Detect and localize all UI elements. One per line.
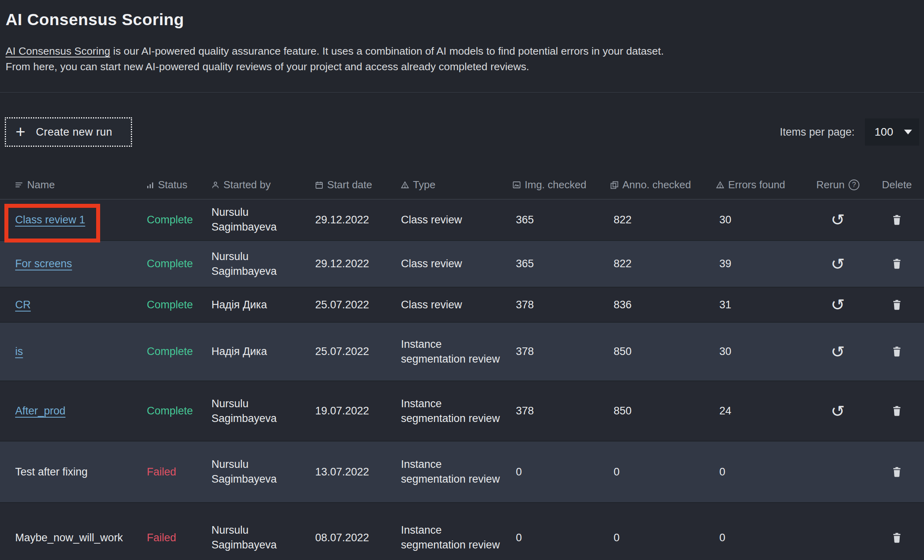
column-header-status[interactable]: Status: [147, 179, 211, 191]
run-name-cell: Maybe_now_will_work: [15, 530, 147, 545]
rerun-icon[interactable]: ↺: [831, 256, 845, 272]
person-icon: [211, 181, 219, 189]
trash-icon[interactable]: [892, 300, 902, 310]
run-name-link[interactable]: For screens: [15, 258, 72, 270]
run-name-cell: For screens: [15, 256, 147, 271]
status-badge: Failed: [147, 465, 211, 479]
run-name-link[interactable]: Class review 1: [15, 214, 85, 226]
start-date-cell: 25.07.2022: [315, 298, 401, 312]
trash-icon[interactable]: [892, 532, 902, 543]
run-name-cell: Test after fixing: [15, 465, 147, 479]
rerun-icon[interactable]: ↺: [831, 403, 845, 419]
status-badge: Complete: [147, 213, 211, 227]
page-header: AI Consensus Scoring AI Consensus Scorin…: [0, 0, 924, 75]
anno-checked-cell: 0: [610, 530, 716, 545]
img-checked-cell: 378: [513, 404, 610, 418]
anno-checked-cell: 850: [610, 344, 716, 359]
column-header-started-by[interactable]: Started by: [211, 179, 315, 191]
items-per-page-value: 100: [875, 126, 893, 138]
text-lines-icon: [15, 181, 23, 189]
trash-icon[interactable]: [892, 258, 902, 269]
anno-checked-cell: 850: [610, 404, 716, 418]
errors-found-cell: 0: [716, 465, 806, 479]
rerun-icon[interactable]: ↺: [831, 297, 845, 313]
errors-found-cell: 30: [716, 344, 806, 359]
column-header-rerun[interactable]: Rerun ?: [806, 179, 870, 191]
help-circle-icon[interactable]: ?: [849, 179, 859, 190]
column-header-type[interactable]: Type: [401, 179, 513, 191]
errors-found-cell: 24: [716, 404, 806, 418]
started-by-cell: Надія Дика: [211, 298, 315, 312]
plus-icon: +: [16, 124, 26, 140]
table-row: Test after fixing Failed Nursulu Sagimba…: [0, 442, 924, 503]
calendar-icon: [315, 181, 323, 189]
img-checked-cell: 0: [513, 465, 610, 479]
warning-triangle-icon: [401, 181, 409, 189]
type-cell: Instance segmentation review: [401, 337, 513, 367]
table-row: CR Complete Надія Дика 25.07.2022 Class …: [0, 288, 924, 323]
section-divider: [0, 92, 924, 93]
started-by-cell: Nursulu Sagimbayeva: [211, 457, 315, 487]
description-line2: From here, you can start new AI-powered …: [6, 61, 529, 73]
create-new-run-label: Create new run: [36, 126, 113, 138]
status-badge: Failed: [147, 530, 211, 545]
type-cell: Class review: [401, 213, 513, 227]
run-name-cell: After_prod: [15, 404, 147, 418]
column-header-anno-checked[interactable]: Anno. checked: [610, 179, 716, 191]
start-date-cell: 25.07.2022: [315, 344, 401, 359]
consensus-scoring-link[interactable]: AI Consensus Scoring: [6, 45, 110, 57]
items-per-page: Items per page: 100: [780, 118, 919, 146]
errors-found-cell: 39: [716, 256, 806, 271]
type-cell: Class review: [401, 256, 513, 271]
run-name-link[interactable]: CR: [15, 299, 31, 311]
trash-icon[interactable]: [892, 406, 902, 416]
run-name-cell: Class review 1: [15, 213, 147, 227]
run-name-link[interactable]: After_prod: [15, 405, 65, 417]
start-date-cell: 08.07.2022: [315, 530, 401, 545]
errors-found-cell: 30: [716, 213, 806, 227]
table-row: Maybe_now_will_work Failed Nursulu Sagim…: [0, 503, 924, 560]
start-date-cell: 19.07.2022: [315, 404, 401, 418]
trash-icon[interactable]: [892, 346, 902, 357]
started-by-cell: Nursulu Sagimbayeva: [211, 523, 315, 552]
run-name-text: Test after fixing: [15, 466, 88, 478]
run-name-link[interactable]: is: [15, 345, 23, 357]
page-title: AI Consensus Scoring: [6, 10, 918, 29]
column-header-start-date[interactable]: Start date: [315, 179, 401, 191]
type-cell: Class review: [401, 298, 513, 312]
create-new-run-button[interactable]: + Create new run: [5, 117, 132, 147]
table-header-row: Name Status Started by Start date Type I…: [0, 171, 924, 199]
image-icon: [513, 181, 521, 189]
rerun-icon[interactable]: ↺: [831, 212, 845, 228]
type-cell: Instance segmentation review: [401, 457, 513, 487]
items-per-page-select[interactable]: 100: [865, 118, 919, 146]
img-checked-cell: 378: [513, 344, 610, 359]
type-cell: Instance segmentation review: [401, 396, 513, 426]
started-by-cell: Nursulu Sagimbayeva: [211, 249, 315, 279]
img-checked-cell: 365: [513, 213, 610, 227]
table-row: Class review 1 Complete Nursulu Sagimbay…: [0, 199, 924, 241]
description-line1: is our AI-powered quality assurance feat…: [110, 45, 664, 57]
anno-checked-cell: 822: [610, 213, 716, 227]
page-description: AI Consensus Scoring is our AI-powered q…: [6, 43, 918, 75]
status-badge: Complete: [147, 404, 211, 418]
start-date-cell: 29.12.2022: [315, 213, 401, 227]
items-per-page-label: Items per page:: [780, 126, 855, 138]
column-header-errors-found[interactable]: Errors found: [716, 179, 806, 191]
anno-checked-cell: 822: [610, 256, 716, 271]
rerun-icon[interactable]: ↺: [831, 344, 845, 360]
column-header-img-checked[interactable]: Img. checked: [513, 179, 610, 191]
warning-triangle-icon: [716, 181, 724, 189]
type-cell: Instance segmentation review: [401, 523, 513, 552]
img-checked-cell: 365: [513, 256, 610, 271]
column-header-name[interactable]: Name: [15, 179, 147, 191]
started-by-cell: Nursulu Sagimbayeva: [211, 396, 315, 426]
img-checked-cell: 378: [513, 298, 610, 312]
trash-icon[interactable]: [892, 215, 902, 225]
chevron-down-icon: [904, 130, 912, 134]
trash-icon[interactable]: [892, 467, 902, 477]
start-date-cell: 13.07.2022: [315, 465, 401, 479]
status-badge: Complete: [147, 256, 211, 271]
started-by-cell: Nursulu Sagimbayeva: [211, 205, 315, 235]
run-name-text: Maybe_now_will_work: [15, 532, 123, 544]
